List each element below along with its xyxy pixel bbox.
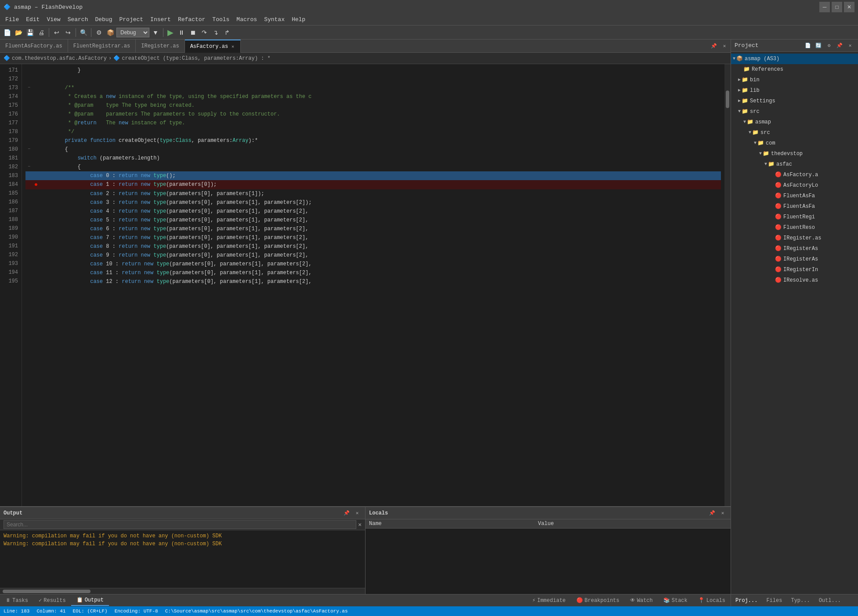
tab-IRegister-as[interactable]: IRegister.as	[136, 40, 185, 53]
menu-item-syntax[interactable]: Syntax	[261, 15, 288, 24]
menu-item-edit[interactable]: Edit	[22, 15, 43, 24]
code-line-187[interactable]: case 4 : return new type(parameters[0], …	[25, 207, 721, 216]
menu-item-debug[interactable]: Debug	[91, 15, 116, 24]
tree-item-fluentasfa[interactable]: 🔴 FluentAsFa	[731, 201, 858, 212]
code-line-190[interactable]: case 7 : return new type(parameters[0], …	[25, 233, 721, 242]
undo-button[interactable]: ↩	[51, 27, 62, 38]
tree-item-fluentreso[interactable]: 🔴 FluentReso	[731, 222, 858, 233]
tab-FluentRegistrar-as[interactable]: FluentRegistrar.as	[68, 40, 136, 53]
output-close-button[interactable]: ✕	[353, 509, 362, 518]
tab-pin-button[interactable]: 📌	[710, 42, 718, 51]
menu-item-search[interactable]: Search	[64, 15, 92, 24]
tree-item-src[interactable]: ▼ 📁 src	[731, 106, 858, 117]
tree-item-bin[interactable]: ▶ 📁 bin	[731, 75, 858, 85]
results-tab[interactable]: ✓ Results	[33, 595, 71, 605]
tree-item-com[interactable]: ▼ 📁 com	[731, 138, 858, 149]
tree-item-src[interactable]: ▼ 📁 src	[731, 127, 858, 138]
search-button[interactable]: 🔍	[78, 27, 89, 38]
output-scrollbar-h[interactable]	[0, 588, 365, 594]
output-tab[interactable]: 📋 Output	[71, 595, 109, 606]
code-line-180[interactable]: − {	[25, 145, 721, 154]
tab-close-all-button[interactable]: ✕	[720, 42, 729, 51]
output-scroll-thumb-h[interactable]	[3, 590, 91, 593]
tree-item-lib[interactable]: ▶ 📁 lib	[731, 85, 858, 96]
code-line-173[interactable]: − /**	[25, 83, 721, 92]
tree-item-iregisteras[interactable]: 🔴 IRegisterAs	[731, 254, 858, 265]
debug-build-button[interactable]: ⚙	[94, 27, 104, 38]
dropdown-button[interactable]: ▼	[150, 27, 161, 38]
tree-item-settings[interactable]: ▶ 📁 Settings	[731, 96, 858, 106]
code-line-195[interactable]: case 12 : return new type(parameters[0],…	[25, 277, 721, 286]
locals-tab[interactable]: 📍 Locals	[693, 595, 731, 605]
project-refresh-button[interactable]: 🔄	[814, 41, 823, 50]
tasks-tab[interactable]: ⏸ Tasks	[0, 595, 33, 605]
tree-item-iregister.as[interactable]: 🔴 IRegister.as	[731, 233, 858, 243]
step-over-button[interactable]: ↷	[199, 27, 210, 38]
breakpoints-tab[interactable]: 🔴 Breakpoints	[571, 595, 625, 605]
tree-item-asmap-(as3)[interactable]: ▼ 📦 asmap (AS3)	[731, 54, 858, 64]
code-line-176[interactable]: * @param parameters The parameters to su…	[25, 110, 721, 119]
watch-tab[interactable]: 👁 Watch	[625, 595, 658, 605]
code-line-189[interactable]: case 6 : return new type(parameters[0], …	[25, 225, 721, 233]
stack-tab[interactable]: 📚 Stack	[658, 595, 693, 605]
code-line-179[interactable]: private function createObject(type:Class…	[25, 136, 721, 145]
step-into-button[interactable]: ↴	[210, 27, 221, 38]
editor-scrollbar[interactable]	[724, 64, 731, 506]
maximize-button[interactable]: □	[832, 2, 842, 12]
code-line-183[interactable]: case 0 : return new type();	[25, 171, 721, 180]
code-line-175[interactable]: * @param type The type being created.	[25, 101, 721, 110]
tree-item-iregisteras[interactable]: 🔴 IRegisterAs	[731, 243, 858, 254]
menu-item-macros[interactable]: Macros	[233, 15, 261, 24]
print-button[interactable]: 🖨	[36, 27, 47, 38]
tree-item-references[interactable]: 📁 References	[731, 64, 858, 75]
debug-mode-select[interactable]: Debug Release	[116, 28, 149, 37]
tree-item-asfactorylo[interactable]: 🔴 AsFactoryLo	[731, 180, 858, 191]
tree-item-fluentregi[interactable]: 🔴 FluentRegi	[731, 212, 858, 222]
project-pin-button[interactable]: 📌	[835, 41, 844, 50]
tree-item-thedevstop[interactable]: ▼ 📁 thedevstop	[731, 149, 858, 159]
project-settings-button[interactable]: ⚙	[825, 41, 833, 50]
output-search-clear[interactable]: ✕	[358, 521, 362, 528]
proj-tab[interactable]: Proj...	[731, 596, 762, 605]
code-line-182[interactable]: − {	[25, 163, 721, 171]
menu-item-refactor[interactable]: Refactor	[174, 15, 209, 24]
code-line-185[interactable]: case 2 : return new type(parameters[0], …	[25, 189, 721, 198]
project-new-button[interactable]: 📄	[804, 41, 812, 50]
release-button[interactable]: 📦	[105, 27, 116, 38]
code-line-171[interactable]: }	[25, 66, 721, 75]
menu-item-help[interactable]: Help	[288, 15, 309, 24]
new-button[interactable]: 📄	[2, 27, 12, 38]
tree-item-asmap[interactable]: ▼ 📁 asmap	[731, 117, 858, 127]
code-line-178[interactable]: */	[25, 127, 721, 136]
tree-item-fluentasfa[interactable]: 🔴 FluentAsFa	[731, 191, 858, 201]
output-search-input[interactable]	[4, 520, 356, 529]
code-content[interactable]: } − /** * Creates a new instance of the …	[22, 64, 724, 506]
typ-tab[interactable]: Typ...	[786, 596, 814, 605]
code-line-192[interactable]: case 9 : return new type(parameters[0], …	[25, 251, 721, 260]
code-line-181[interactable]: switch (parameters.length)	[25, 154, 721, 163]
pause-button[interactable]: ⏸	[176, 27, 187, 38]
run-button[interactable]: ▶	[166, 28, 175, 37]
minimize-button[interactable]: ─	[819, 2, 830, 12]
menu-item-view[interactable]: View	[43, 15, 64, 24]
menu-item-tools[interactable]: Tools	[209, 15, 233, 24]
immediate-tab[interactable]: ⚡ Immediate	[527, 595, 571, 605]
outl-tab[interactable]: Outl...	[815, 596, 845, 605]
code-line-188[interactable]: case 5 : return new type(parameters[0], …	[25, 216, 721, 225]
tab-close-button[interactable]: ✕	[231, 44, 235, 49]
tab-AsFactory-as[interactable]: AsFactory.as✕	[185, 40, 241, 53]
tree-item-asfactory.a[interactable]: 🔴 AsFactory.a	[731, 170, 858, 180]
code-line-191[interactable]: case 8 : return new type(parameters[0], …	[25, 242, 721, 251]
locals-pin-button[interactable]: 📌	[708, 509, 717, 518]
code-line-186[interactable]: case 3 : return new type(parameters[0], …	[25, 198, 721, 207]
menu-item-file[interactable]: File	[2, 15, 22, 24]
menu-item-insert[interactable]: Insert	[147, 15, 174, 24]
files-tab[interactable]: Files	[762, 596, 786, 605]
open-button[interactable]: 📂	[13, 27, 24, 38]
save-button[interactable]: 💾	[25, 27, 35, 38]
output-pin-button[interactable]: 📌	[342, 509, 351, 518]
fold-gutter[interactable]: −	[25, 145, 33, 154]
tree-item-iresolve.as[interactable]: 🔴 IResolve.as	[731, 275, 858, 286]
menu-item-project[interactable]: Project	[116, 15, 147, 24]
tab-FluentAsFactory-as[interactable]: FluentAsFactory.as	[0, 40, 68, 53]
